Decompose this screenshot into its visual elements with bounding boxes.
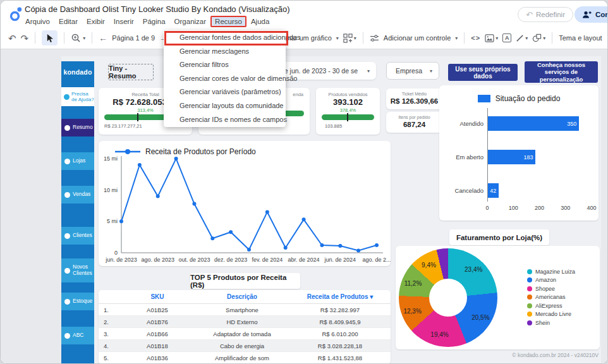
table-row[interactable]: 4.A01B18Cabo de energiaR$ 3.028.228,18: [99, 340, 391, 352]
menu-editar[interactable]: Editar: [54, 16, 82, 27]
kpi-card-produtos-vendidos[interactable]: Produtos vendidos 393.102 378,4% 103.885: [316, 88, 380, 135]
legend-item[interactable]: Mercado Livre: [527, 310, 575, 319]
table-header-row: SKUDescriçãoReceita de Produtos ▾: [99, 290, 391, 304]
table-row[interactable]: 1.A01B25SmartphoneR$ 32.282.997: [99, 304, 391, 316]
sidebar-item-lojas[interactable]: Lojas: [61, 152, 94, 170]
menu-recurso[interactable]: Recurso: [210, 16, 246, 27]
shape-tool-icon[interactable]: ▾: [532, 33, 545, 42]
top5-products-table[interactable]: SKUDescriçãoReceita de Produtos ▾1.A01B2…: [99, 290, 391, 364]
sidebar-item-clientes[interactable]: Clientes: [61, 227, 94, 245]
table-row[interactable]: 5.A01B36Amplificador de somR$ 1.431.523,…: [99, 352, 391, 364]
resource-menu-item[interactable]: Gerenciar IDs e nomes de campos: [164, 113, 286, 127]
table-cell: R$ 3.028.228,18: [289, 343, 391, 349]
sidebar-item-label: Vendas: [73, 191, 90, 198]
legend-item[interactable]: Shein: [527, 318, 575, 327]
legend-item[interactable]: Magazine Luiza: [527, 267, 575, 276]
resource-menu-item[interactable]: Gerenciar variáveis (parâmetros): [164, 85, 286, 99]
resource-menu-item[interactable]: Gerenciar cores de valor de dimensão: [164, 72, 286, 86]
table-cell: A01B25: [120, 306, 195, 313]
svg-text:dez. de 2023: dez. de 2023: [214, 257, 247, 263]
sidebar-item-abc[interactable]: ABC: [61, 327, 94, 344]
zoom-tool[interactable]: ▾: [71, 33, 85, 43]
legend-label: Americanas: [535, 294, 566, 300]
bullet-icon: [64, 159, 70, 164]
menu-página[interactable]: Página: [138, 16, 170, 27]
add-control-button[interactable]: Adicionar um controle: [384, 34, 451, 42]
legend-label: Magazine Luiza: [535, 269, 575, 275]
table-cell: 5.: [99, 355, 120, 361]
page-nav-label[interactable]: Página 1 de 9: [112, 34, 155, 42]
bullet-icon: [64, 125, 70, 131]
redo-icon[interactable]: ↷: [21, 33, 29, 43]
sidebar-item-help[interactable]: Precisa de Ajuda?: [61, 87, 94, 106]
undo-icon[interactable]: ↶: [8, 33, 16, 43]
divider: [35, 32, 35, 44]
resource-menu-item[interactable]: Gerenciar filtros: [164, 58, 286, 72]
kondado-footer: © kondado.com.br 2024 - v240210V: [396, 352, 599, 358]
redefinir-button[interactable]: ↶ Redefinir: [518, 7, 573, 22]
sidebar-item-vendas[interactable]: Vendas: [61, 186, 94, 203]
share-label: Comp: [595, 11, 608, 18]
resource-menu-item[interactable]: Gerenciar mesclagens: [164, 45, 286, 59]
bullet-icon: [64, 94, 70, 100]
table-cell: R$ 1.431.523,88: [289, 355, 391, 361]
toolbar: ↶ ↷ ▾ ← Página 1 de 9 → icionar um gráfi…: [1, 27, 608, 49]
select-cursor-tool[interactable]: [42, 30, 58, 46]
kpi-label: Ticket Médio: [386, 92, 442, 96]
legend-item[interactable]: Shopee: [527, 284, 575, 293]
bar-cancelado: 42: [488, 183, 499, 198]
menu-inserir[interactable]: Inserir: [109, 16, 138, 27]
use-own-data-button[interactable]: Use seus próprios dados: [448, 64, 518, 81]
table-title: TOP 5 Produtos por Receita (R$): [190, 273, 300, 289]
kpi-card-ticket-medio[interactable]: Ticket Médio R$ 126.309,66: [386, 88, 442, 109]
document-title[interactable]: Cópia de Dashboard Olist Tiny Looker Stu…: [25, 4, 290, 14]
services-button[interactable]: Conheça nossos serviços de personalizaçã…: [525, 61, 598, 83]
svg-text:15 mi: 15 mi: [104, 155, 118, 162]
bar-chart-situacao-pedido[interactable]: Situação do pedido Atendido350Em aberto1…: [439, 85, 599, 221]
titlebar: Cópia de Dashboard Olist Tiny Looker Stu…: [1, 1, 608, 27]
legend-item[interactable]: Amazon: [527, 276, 575, 285]
divider: [552, 32, 552, 44]
share-button[interactable]: Comp: [575, 6, 608, 23]
menu-arquivo[interactable]: Arquivo: [21, 16, 54, 27]
slice-percentage-label: 20,5%: [471, 314, 489, 321]
slice-percentage-label: 12,3%: [403, 307, 421, 314]
x-axis-tick: 300: [561, 205, 570, 211]
report-tab[interactable]: Tiny - Resumo: [108, 64, 154, 80]
line-chart-receita-periodo[interactable]: Receita de Produtos por Período 15 mi10 …: [99, 141, 391, 266]
sidebar-item-resumo[interactable]: Resumo: [61, 119, 94, 136]
previous-page-icon[interactable]: ←: [99, 33, 107, 42]
table-header-cell[interactable]: SKU: [120, 293, 195, 300]
x-axis-tick: 200: [535, 205, 544, 211]
sidebar-item-label: ABC: [73, 332, 83, 339]
kpi-card-itens-por-pedido[interactable]: Itens por pedido 687,24: [386, 112, 442, 133]
table-row[interactable]: 3.A01B66Adaptador de tomadaR$ 6.010.200: [99, 328, 391, 340]
resource-menu-item[interactable]: Gerenciar layouts da comunidade: [164, 99, 286, 113]
table-header-cell[interactable]: Receita de Produtos ▾: [289, 293, 391, 300]
kpi-target: 103.885: [325, 123, 342, 129]
sidebar-item-label: Lojas: [73, 158, 85, 164]
menu-organizar[interactable]: Organizar: [170, 16, 211, 27]
menu-ajuda[interactable]: Ajuda: [246, 16, 274, 27]
donut-chart-title: Faturamento por Loja(%): [449, 229, 549, 245]
bar-category-label: Cancelado: [439, 187, 483, 194]
theme-layout-button[interactable]: Tema e layout: [559, 34, 602, 42]
undo-icon: ↶: [526, 11, 533, 19]
donut-chart-faturamento-loja[interactable]: 23,4%20,5%19,4%12,3%11,2%9,4% Magazine L…: [396, 246, 600, 349]
sidebar-item-novos-clientes[interactable]: Novos Clientes: [61, 258, 94, 282]
svg-text:jun. de 2023: jun. de 2023: [105, 257, 137, 263]
legend-item[interactable]: AliExpress: [527, 301, 575, 310]
community-visualizations-icon[interactable]: ▾: [343, 33, 356, 43]
legend-item[interactable]: Americanas: [527, 293, 575, 302]
svg-text:out. de 2023: out. de 2023: [178, 257, 210, 263]
company-filter-control[interactable]: Empresa ▾: [386, 62, 439, 80]
line-tool-icon[interactable]: ▾: [516, 34, 528, 42]
menu-exibir[interactable]: Exibir: [82, 16, 109, 27]
table-row[interactable]: 2.A01B76HD ExternoR$ 8.409.945,9: [99, 316, 391, 328]
embed-code-icon[interactable]: <>: [471, 34, 480, 42]
text-box-tool[interactable]: A: [502, 33, 511, 42]
sidebar-item-estoque[interactable]: Estoque: [61, 293, 94, 310]
chevron-down-icon: ▾: [430, 68, 432, 74]
image-tool-icon[interactable]: ▾: [485, 34, 498, 42]
table-header-cell[interactable]: Descrição: [195, 293, 289, 300]
